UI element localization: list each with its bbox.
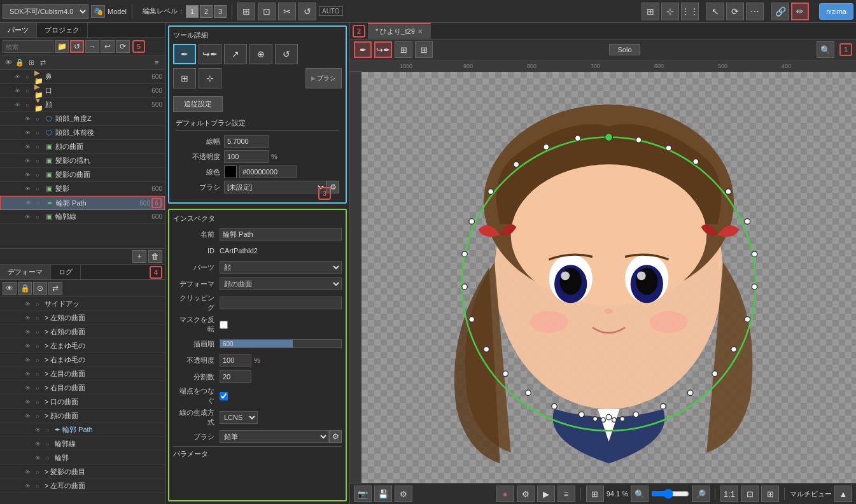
insp-parts-select[interactable]: 顔: [220, 261, 342, 274]
record-btn[interactable]: ●: [496, 486, 514, 502]
list-item[interactable]: 👁○ > 髪影の曲目: [0, 465, 165, 479]
solo-btn[interactable]: Solo: [609, 44, 640, 55]
insp-clipping-input[interactable]: [220, 297, 342, 309]
multiview-up-btn[interactable]: ▲: [834, 486, 852, 502]
list-item[interactable]: 👁○ ▼📁 顔 500: [0, 98, 165, 112]
ratio-btn[interactable]: 1:1: [720, 486, 738, 502]
arrow-icon-btn[interactable]: →: [85, 40, 99, 53]
link-icon-btn[interactable]: 🔗: [771, 3, 789, 20]
transform-icon-btn[interactable]: ✂: [278, 3, 296, 20]
list-item[interactable]: 👁○ 輪郭線: [0, 437, 165, 451]
parts-search[interactable]: [3, 40, 53, 53]
fit-btn[interactable]: ⊞: [586, 486, 604, 502]
canvas-bottom-camera-btn[interactable]: 📷: [354, 486, 372, 502]
grid2-icon-btn[interactable]: ⋮⋮: [681, 3, 699, 20]
arrow-tool-btn[interactable]: ↗: [224, 44, 247, 64]
canvas-tab-main[interactable]: * ひより_t29 ✕: [368, 23, 431, 39]
list-item[interactable]: 👁○ ▣ 輪郭線 600: [0, 210, 165, 224]
cursor-icon-btn[interactable]: ↖: [706, 3, 724, 20]
insp-brush-select[interactable]: 鉛筆: [220, 430, 329, 443]
list-item[interactable]: 👁○ > 左耳の曲面: [0, 479, 165, 493]
tab-close-btn[interactable]: ✕: [417, 28, 423, 35]
def-swap-btn[interactable]: ⇄: [48, 282, 62, 295]
list-item[interactable]: 👁○ ▣ 顔の曲面: [0, 140, 165, 154]
zoom-plus-btn[interactable]: 🔎: [692, 486, 710, 502]
dots-icon-btn[interactable]: ⋯: [746, 3, 764, 20]
rotate-icon-btn[interactable]: ↺: [298, 3, 316, 20]
tab-deformer[interactable]: デフォーマ: [0, 265, 51, 279]
lock-header-icon[interactable]: 🔒: [14, 57, 25, 68]
pen-tool-btn[interactable]: ✒: [173, 44, 196, 64]
tab-log[interactable]: ログ: [51, 265, 81, 279]
color-input[interactable]: [239, 165, 297, 178]
def-eye-btn[interactable]: 👁: [3, 282, 17, 295]
width-input[interactable]: [224, 135, 269, 148]
auto-btn[interactable]: ▶ ブラシ: [305, 68, 342, 88]
brush-select[interactable]: [未設定]: [224, 181, 326, 193]
rotate2-icon-btn[interactable]: ⟳: [726, 3, 744, 20]
list-item[interactable]: 👁○ ▶📁 口 600: [0, 84, 165, 98]
list-item[interactable]: 👁○ > 口の曲面: [0, 395, 165, 409]
node-tool-btn[interactable]: ⊹: [199, 68, 221, 88]
rect-tool-btn[interactable]: ⊞: [173, 68, 196, 88]
select-icon-btn[interactable]: ⊹: [661, 3, 679, 20]
list-item[interactable]: 👁○ ▶📁 鼻 600: [0, 70, 165, 84]
sdk-dropdown[interactable]: SDK不可/Cubism4.0: [3, 4, 88, 19]
list-item[interactable]: 👁○ > 左まゆ毛の: [0, 339, 165, 353]
zoom-minus-btn[interactable]: 🔍: [631, 486, 649, 502]
list-item[interactable]: 👁○ > 右目の曲面: [0, 381, 165, 395]
list-item[interactable]: 👁○ > 右まゆ毛の: [0, 353, 165, 367]
canvas-zoom-btn[interactable]: 🔍: [817, 41, 834, 58]
list-item[interactable]: 👁○ ✒ 輪郭 Path: [0, 423, 165, 437]
pen-highlighted-btn[interactable]: ✏: [791, 3, 809, 20]
level1-btn[interactable]: 1: [186, 5, 199, 18]
insp-deformer-select[interactable]: 顔の曲面: [220, 277, 342, 290]
zoom-slider[interactable]: [651, 489, 689, 499]
nizima-btn[interactable]: nizima: [819, 3, 853, 20]
list-item[interactable]: 👁○ > 左頬の曲面: [0, 311, 165, 325]
list-item[interactable]: 👁○ > 顔の曲面: [0, 409, 165, 423]
folder-icon-btn[interactable]: 📁: [55, 40, 69, 53]
play-btn[interactable]: ▶: [537, 486, 555, 502]
eye-header-icon[interactable]: 👁: [3, 57, 14, 68]
insp-opacity-input[interactable]: [220, 354, 251, 367]
list-item[interactable]: 👁○ ⬡ 頭部_角度Z: [0, 112, 165, 126]
level3-btn[interactable]: 3: [214, 5, 227, 18]
def-circle-btn[interactable]: ⊙: [33, 282, 47, 295]
insp-brush-settings-btn[interactable]: ⚙: [329, 430, 342, 443]
add-icon-btn[interactable]: +: [132, 250, 146, 263]
insp-mask-checkbox[interactable]: [220, 321, 228, 329]
level2-btn[interactable]: 2: [200, 5, 213, 18]
list-item[interactable]: 👁○ > 右頬の曲面: [0, 325, 165, 339]
canvas-bottom-settings-btn[interactable]: ⚙: [395, 486, 412, 502]
grid-view-btn[interactable]: ⊞: [761, 486, 779, 502]
insp-linemethod-select[interactable]: LCNS: [220, 411, 258, 424]
menu-btn[interactable]: ≡: [558, 486, 575, 502]
def-lock-btn[interactable]: 🔒: [18, 282, 32, 295]
paste-icon-btn[interactable]: ⊡: [258, 3, 276, 20]
grid-icon-btn[interactable]: ⊞: [642, 3, 659, 20]
aspect-btn[interactable]: ⊡: [741, 486, 759, 502]
tab-parts[interactable]: パーツ: [0, 23, 37, 38]
magnet-tool-btn[interactable]: ⊕: [249, 44, 272, 64]
insp-name-input[interactable]: [220, 228, 342, 241]
list-item[interactable]: 👁○ ▣ 髪影 600: [0, 182, 165, 196]
list-item[interactable]: 👁○ 輪郭: [0, 451, 165, 465]
rotate-tool-btn[interactable]: ↺: [275, 44, 298, 64]
refresh-icon-btn[interactable]: ⟳: [116, 40, 130, 53]
canvas-mesh-btn[interactable]: ⊞: [395, 41, 412, 58]
follow-btn[interactable]: 追従設定: [173, 96, 223, 112]
settings2-btn[interactable]: ⚙: [517, 486, 535, 502]
list-item[interactable]: 👁○ > 左目の曲面: [0, 367, 165, 381]
expand-header-icon[interactable]: ⊞: [25, 57, 37, 68]
menu-header-icon[interactable]: ≡: [151, 57, 162, 68]
undo-icon-btn[interactable]: ↩: [101, 40, 115, 53]
canvas-bottom-save-btn[interactable]: 💾: [374, 486, 392, 502]
insp-connect-checkbox[interactable]: [220, 392, 228, 400]
canvas-pen2-btn[interactable]: ↪✒: [374, 41, 392, 58]
list-item[interactable]: 👁○ サイドアッ: [0, 297, 165, 311]
opacity-input[interactable]: [224, 150, 269, 163]
pen2-tool-btn[interactable]: ↪✒: [199, 44, 221, 64]
tab-project[interactable]: プロジェク: [37, 23, 88, 38]
list-item[interactable]: 👁○ ⬡ 頭部_体前後: [0, 126, 165, 140]
